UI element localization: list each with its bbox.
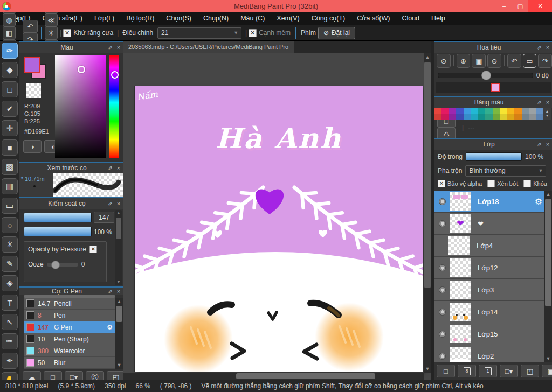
brush-size-value-box[interactable]: 147: [94, 212, 114, 223]
popout-icon[interactable]: ⇗: [535, 44, 543, 51]
zoom-actual-button[interactable]: ⊙: [437, 54, 451, 68]
reset-button[interactable]: ⊘ Đặt lại: [318, 27, 355, 39]
foreground-color-swatch[interactable]: [24, 57, 40, 73]
delete-color-button[interactable]: ♺: [437, 128, 456, 138]
palette-color-swatch[interactable]: [507, 114, 514, 120]
menu-tool[interactable]: Công cụ(T): [306, 12, 351, 25]
close-icon[interactable]: ×: [114, 200, 123, 207]
scrollbar-thumb[interactable]: [545, 199, 551, 306]
rotate-ccw-button[interactable]: ↶: [507, 54, 521, 68]
brush-row[interactable]: 380Watercolor: [24, 345, 115, 357]
canvas-horizontal-scrollbar[interactable]: [123, 373, 424, 380]
script-brush-button[interactable]: Ⓢ: [86, 371, 104, 380]
palette-color-swatch[interactable]: [449, 114, 456, 120]
menu-snap[interactable]: Chụp(N): [197, 12, 234, 25]
popout-icon[interactable]: ⇗: [106, 165, 114, 172]
clipping-checkbox[interactable]: [487, 180, 495, 187]
scroll-down-icon[interactable]: ▼: [544, 355, 552, 362]
hand-tool[interactable]: ✋: [2, 372, 18, 380]
palette-color-swatch[interactable]: [464, 108, 471, 114]
palette-color-swatch[interactable]: [434, 114, 441, 120]
eraser-tool[interactable]: ◆: [2, 62, 18, 78]
pointer-tool[interactable]: ↖: [2, 314, 18, 330]
blend-mode-dropdown[interactable]: Bình thường ▼: [465, 165, 546, 177]
layer-visibility-toggle[interactable]: [439, 353, 446, 360]
soft-edge-checkbox[interactable]: ✕: [249, 29, 257, 37]
brush-settings-gear-icon[interactable]: ⚙: [107, 324, 113, 331]
eraser-pen-tool[interactable]: ✏: [2, 333, 18, 349]
palette-color-swatch[interactable]: [485, 108, 492, 114]
popout-icon[interactable]: ⇗: [106, 288, 114, 295]
layer-visibility-toggle[interactable]: [439, 331, 446, 338]
brush-row[interactable]: 8Pen: [24, 310, 115, 321]
popout-icon[interactable]: ⇗: [106, 200, 114, 207]
new-brush-menu-button[interactable]: □▾: [65, 371, 83, 380]
brush-size-slider[interactable]: [24, 213, 92, 222]
palette-spinner[interactable]: ▲▼: [543, 108, 551, 120]
fit-screen-button[interactable]: ▣: [472, 54, 486, 68]
layer-row[interactable]: Lớp15: [434, 323, 552, 345]
scroll-up-icon[interactable]: ▲: [544, 191, 552, 198]
brush-row[interactable]: 147G Pen⚙: [24, 321, 115, 333]
layer-visibility-toggle[interactable]: [439, 264, 446, 271]
palette-color-swatch[interactable]: [441, 114, 448, 120]
scroll-down-icon[interactable]: ▼: [115, 361, 123, 369]
brush-row[interactable]: 10Pen (Sharp): [24, 333, 115, 345]
pressure-checkbox[interactable]: ✕: [89, 246, 97, 253]
brush-list-scrollbar[interactable]: ▲▼: [115, 298, 123, 369]
magic-wand-tool[interactable]: ✳: [2, 236, 18, 253]
menu-window[interactable]: Cửa sổ(W): [351, 12, 396, 25]
close-icon[interactable]: ×: [114, 288, 123, 295]
layer-opacity-slider[interactable]: [466, 152, 522, 161]
palette-color-swatch[interactable]: [514, 114, 521, 120]
select-pen-tool[interactable]: ✎: [2, 256, 18, 272]
control-point-tool[interactable]: ✔: [2, 101, 18, 117]
brush-control-scrollbar[interactable]: ▲ ▼: [115, 210, 122, 285]
palette-color-swatch[interactable]: [500, 108, 507, 114]
layer-row[interactable]: Lớp4: [434, 235, 552, 257]
scroll-down-icon[interactable]: ▼: [424, 365, 431, 373]
palette-color-swatch[interactable]: [522, 114, 529, 120]
gradient-tool[interactable]: ▥: [2, 178, 18, 194]
scroll-up-icon[interactable]: ▲: [424, 53, 431, 61]
navigator-view-thumbnail[interactable]: [491, 83, 500, 92]
rotation-knob[interactable]: [481, 71, 491, 80]
palette-color-swatch[interactable]: [464, 114, 471, 120]
layer-row[interactable]: Lớp14: [434, 301, 552, 323]
canvas[interactable]: Nấm Hà Anh: [135, 86, 423, 372]
sv-marker[interactable]: [78, 66, 85, 73]
layer-settings-gear-icon[interactable]: ⚙: [535, 197, 544, 207]
palette-color-swatch[interactable]: [507, 108, 514, 114]
palette-color-swatch[interactable]: [493, 108, 500, 114]
layer-visibility-toggle[interactable]: [439, 198, 446, 205]
shape-fill-tool[interactable]: ■: [2, 139, 18, 156]
lock-checkbox[interactable]: [523, 180, 531, 187]
move-tool[interactable]: ✛: [2, 120, 18, 136]
zoom-in-button[interactable]: ⊕: [457, 54, 471, 68]
layer-row[interactable]: Lớp18⚙: [434, 191, 552, 213]
layer-folder-button[interactable]: ◰: [521, 365, 539, 377]
palette-button[interactable]: ◑: [23, 140, 42, 153]
palette-color-swatch[interactable]: [485, 114, 492, 120]
palette-color-swatch[interactable]: [456, 114, 463, 120]
saturation-value-picker[interactable]: [55, 55, 106, 158]
palette-color-swatch[interactable]: [441, 108, 448, 114]
palette-color-swatch[interactable]: [456, 108, 463, 114]
text-tool[interactable]: T: [2, 295, 18, 311]
snap-vanishing-button[interactable]: ≪: [45, 13, 58, 26]
close-icon[interactable]: ×: [543, 141, 552, 148]
rotate-cw-button[interactable]: ↷: [538, 54, 552, 68]
select-rect-tool[interactable]: ▭: [2, 198, 18, 214]
palette-color-swatch[interactable]: [514, 108, 521, 114]
brush-folder-button[interactable]: ◰: [107, 371, 123, 380]
annotation-button[interactable]: ◧: [3, 26, 16, 39]
layer-row[interactable]: Lớp3: [434, 279, 552, 301]
cloud-download-button[interactable]: ☁: [23, 371, 41, 380]
palette-color-swatch[interactable]: [536, 108, 543, 114]
lasso-tool[interactable]: ◌: [2, 217, 18, 233]
scroll-up-icon[interactable]: ▲: [115, 298, 123, 305]
scroll-up-icon[interactable]: ▲: [115, 210, 122, 216]
palette-color-swatch[interactable]: [471, 108, 478, 114]
snap-radial-button[interactable]: ✳: [45, 26, 58, 39]
layer-row[interactable]: ❤: [434, 213, 552, 235]
